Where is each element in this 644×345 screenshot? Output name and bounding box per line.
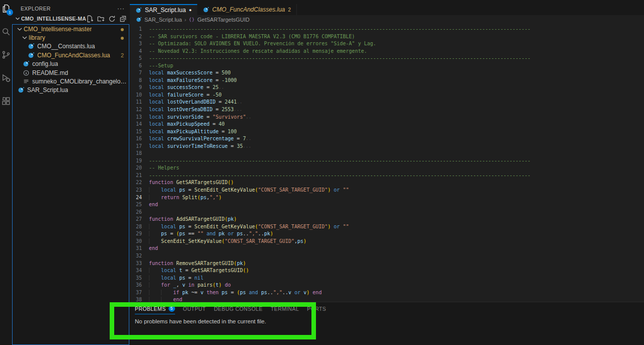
line-number: 20 — [130, 164, 149, 172]
line-number: 2 — [130, 33, 149, 41]
line-content: for _, v in pairs(t) do — [149, 282, 231, 289]
line-number: 3 — [130, 40, 149, 48]
code-line-9: 9local successScore = 25·· — [130, 84, 644, 92]
line-number: 31 — [130, 245, 149, 252]
modified-dot-icon[interactable]: ● — [189, 8, 191, 13]
tree-item-label: CMO_Intellisense-master — [24, 26, 92, 33]
line-content — [149, 209, 152, 216]
lua-file-icon — [23, 60, 30, 67]
workspace-section-header[interactable]: CMO_INTELLISENSE-MASTER — [12, 13, 130, 24]
code-line-38: 38 end — [130, 296, 644, 302]
line-content: local t = GetSARTargetsGUID() — [149, 267, 249, 275]
tree-file-README.md[interactable]: README.md — [13, 68, 129, 77]
lua-file-icon — [135, 7, 142, 14]
line-content: local lostOverSeaDBID = 2553··· — [149, 106, 243, 114]
new-folder-icon[interactable] — [97, 15, 105, 23]
line-content: ----------------------------------------… — [149, 55, 531, 62]
line-number: 16 — [130, 135, 149, 143]
tree-file-CMO_FuncAndClasses.lua[interactable]: CMO_FuncAndClasses.lua2 — [13, 51, 129, 59]
activity-bar: 1 — [0, 0, 12, 345]
line-number: 4 — [130, 48, 149, 55]
line-number: 30 — [130, 238, 149, 245]
line-number: 34 — [130, 267, 149, 275]
line-content: local lostOverLandDBID = 2441·· — [149, 99, 243, 106]
activity-item-source-control[interactable] — [1, 50, 11, 60]
code-line-11: 11local lostOverLandDBID = 2441·· — [130, 99, 644, 106]
code-line-3: 3-- Optimizada: SOLO AVIONES EN VUELO. P… — [130, 40, 644, 48]
tab-SAR_Script.lua[interactable]: SAR_Script.lua● — [130, 4, 197, 15]
line-number: 9 — [130, 84, 149, 92]
lua-file-icon — [136, 17, 142, 23]
tree-item-label: sumneko_CMOLibrary_changelog.txt — [32, 78, 129, 85]
tree-folder-library[interactable]: library — [13, 33, 129, 42]
collapse-all-icon[interactable] — [119, 15, 127, 23]
line-number: 11 — [130, 99, 149, 106]
line-content: local maxSuccessScore = 500 — [149, 69, 231, 77]
line-number: 26 — [130, 209, 149, 216]
tab-label: CMO_FuncAndClasses.lua — [212, 6, 285, 13]
activity-item-search[interactable] — [1, 27, 11, 37]
tree-file-config.lua[interactable]: config.lua — [13, 60, 129, 68]
panel-tab-label: TERMINAL — [271, 306, 299, 312]
line-number: 10 — [130, 92, 149, 99]
tab-CMO_FuncAndClasses.lua[interactable]: CMO_FuncAndClasses.lua2 — [197, 4, 297, 15]
code-line-16: 16local crewSurvivalPercentage = 7·· — [130, 135, 644, 143]
new-file-icon[interactable] — [86, 15, 94, 23]
line-number: 6 — [130, 62, 149, 70]
line-number: 19 — [130, 157, 149, 165]
breadcrumb[interactable]: SAR_Script.lua › GetSARTargetsGUID — [130, 15, 644, 24]
line-content: ---Setup — [149, 62, 173, 70]
line-number: 12 — [130, 106, 149, 114]
chevron-down-icon — [16, 25, 24, 33]
line-content: local successScore = 25·· — [149, 84, 224, 92]
line-content: ----------------------------------------… — [149, 172, 531, 180]
line-content: local maxPickupSpeed = 40 — [149, 121, 225, 128]
run-debug-icon — [2, 73, 11, 82]
code-line-17: 17local survivorTimeToRescue = 35··· — [130, 143, 644, 150]
breadcrumb-file[interactable]: SAR_Script.lua — [144, 17, 182, 23]
panel-tabs: PROBLEMS5OUTPUTDEBUG CONSOLETERMINALPORT… — [130, 302, 644, 314]
info-icon — [23, 69, 30, 76]
code-line-24: 24 return Split(ps,",") — [130, 194, 644, 202]
activity-item-extensions[interactable] — [1, 96, 11, 106]
tree-folder-CMO_Intellisense-master[interactable]: CMO_Intellisense-master — [13, 25, 129, 33]
line-number: 28 — [130, 223, 149, 231]
panel-tab-output[interactable]: OUTPUT — [183, 306, 206, 314]
tree-item-label: CMO_FuncAndClasses.lua — [37, 52, 110, 59]
code-line-18: 18 — [130, 150, 644, 157]
tree-file-SAR_Script.lua[interactable]: SAR_Script.lua — [13, 86, 129, 95]
vscode-window: 1 EXPLORER ··· CMO_INTELLISENSE-MASTER C… — [0, 0, 644, 345]
breadcrumb-symbol[interactable]: GetSARTargetsGUID — [197, 17, 250, 23]
line-content: local ps = nil — [149, 275, 203, 282]
tree-file-sumneko_CMOLibrary_changelog.txt[interactable]: sumneko_CMOLibrary_changelog.txt — [13, 77, 129, 85]
code-line-6: 6---Setup — [130, 62, 644, 70]
panel-tab-label: PORTS — [307, 306, 326, 312]
code-line-36: 36 for _, v in pairs(t) do — [130, 282, 644, 289]
tree-file-CMO__Constants.lua[interactable]: CMO__Constants.lua — [13, 42, 129, 51]
panel-tab-terminal[interactable]: TERMINAL — [271, 306, 299, 314]
line-number: 15 — [130, 128, 149, 136]
panel-tab-label: OUTPUT — [183, 306, 206, 312]
line-content: ScenEdit_SetKeyValue("CONST_SAR_TARGET_G… — [149, 238, 306, 245]
code-line-2: 2-- SAR survivors code - LIBRERIA MAESTR… — [130, 33, 644, 41]
ellipsis-icon[interactable]: ··· — [117, 5, 125, 12]
line-content: end — [149, 201, 158, 209]
code-line-14: 14local maxPickupSpeed = 40 — [130, 121, 644, 128]
panel-tab-problems[interactable]: PROBLEMS5 — [135, 305, 175, 314]
line-number: 38 — [130, 296, 149, 302]
line-content: -- SAR survivors code - LIBRERIA MAESTRA… — [149, 33, 355, 41]
code-editor[interactable]: 1---------------------------------------… — [130, 24, 644, 302]
activity-item-explorer[interactable]: 1 — [1, 4, 11, 14]
sidebar-header: EXPLORER ··· — [12, 0, 130, 13]
line-number: 5 — [130, 55, 149, 62]
line-number: 23 — [130, 187, 149, 194]
refresh-icon[interactable] — [108, 15, 116, 23]
activity-item-run-debug[interactable] — [1, 73, 11, 83]
tab-strip: SAR_Script.lua●CMO_FuncAndClasses.lua2 — [130, 0, 644, 15]
code-line-32: 32 — [130, 252, 644, 260]
panel-tab-debug-console[interactable]: DEBUG CONSOLE — [214, 306, 263, 314]
panel-tab-ports[interactable]: PORTS — [307, 306, 326, 314]
code-line-22: 22function GetSARTargetsGUID() — [130, 179, 644, 187]
line-content: ----------------------------------------… — [149, 157, 531, 165]
code-line-12: 12local lostOverSeaDBID = 2553··· — [130, 106, 644, 114]
